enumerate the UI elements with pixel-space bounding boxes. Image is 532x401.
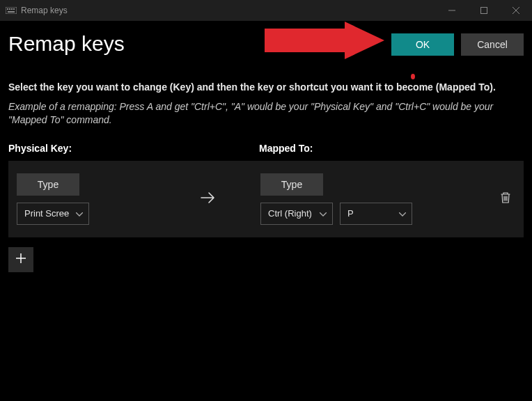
ok-button[interactable]: OK <box>391 33 454 56</box>
trash-icon <box>500 194 511 206</box>
physical-key-select[interactable]: Print Scree <box>17 203 89 225</box>
titlebar-title: Remap keys <box>21 6 68 15</box>
arrow-column <box>156 191 260 207</box>
chevron-down-icon <box>399 208 406 219</box>
add-row-button[interactable] <box>8 247 33 272</box>
physical-key-header: Physical Key: <box>8 143 259 154</box>
close-button[interactable] <box>500 0 532 21</box>
minimize-button[interactable] <box>436 0 468 21</box>
column-headers: Physical Key: Mapped To: <box>8 143 524 154</box>
chevron-down-icon <box>320 208 327 219</box>
maximize-button[interactable] <box>468 0 500 21</box>
type-mapped-button[interactable]: Type <box>260 173 323 196</box>
mapped-to-header: Mapped To: <box>259 143 313 154</box>
physical-key-value: Print Scree <box>24 208 69 219</box>
svg-rect-3 <box>11 8 13 10</box>
titlebar-left: Remap keys <box>6 6 68 15</box>
content-area: Remap keys OK Cancel Select the key you … <box>0 21 532 281</box>
mapped-select-row: Ctrl (Right) P <box>260 203 412 225</box>
mapped-modifier-select[interactable]: Ctrl (Right) <box>260 203 333 225</box>
example-text: Example of a remapping: Press A and get … <box>8 100 524 127</box>
delete-row-button[interactable] <box>500 191 511 207</box>
chevron-down-icon <box>76 208 83 219</box>
svg-rect-5 <box>8 11 15 13</box>
svg-rect-1 <box>7 8 8 10</box>
svg-rect-2 <box>9 8 10 10</box>
svg-rect-4 <box>13 8 15 10</box>
svg-rect-7 <box>481 8 487 14</box>
type-physical-button[interactable]: Type <box>17 173 79 196</box>
svg-rect-0 <box>6 7 17 14</box>
page-title: Remap keys <box>8 28 125 56</box>
mapped-modifier-value: Ctrl (Right) <box>268 208 312 219</box>
mapped-key-value: P <box>347 208 354 219</box>
arrow-right-icon <box>201 191 216 207</box>
instruction-text: Select the key you want to change (Key) … <box>8 81 524 95</box>
physical-key-column: Type Print Scree <box>17 173 156 225</box>
cancel-button[interactable]: Cancel <box>461 33 524 56</box>
titlebar-controls <box>436 0 532 21</box>
header-row: Remap keys OK Cancel <box>8 28 524 70</box>
app-icon <box>6 6 17 15</box>
mapping-row: Type Print Scree Type Ctrl (Right) <box>8 161 524 237</box>
mapped-key-select[interactable]: P <box>340 203 412 225</box>
plus-icon <box>15 253 26 267</box>
titlebar: Remap keys <box>0 0 532 21</box>
header-buttons: OK Cancel <box>391 28 524 56</box>
mapped-to-column: Type Ctrl (Right) P <box>260 173 412 225</box>
